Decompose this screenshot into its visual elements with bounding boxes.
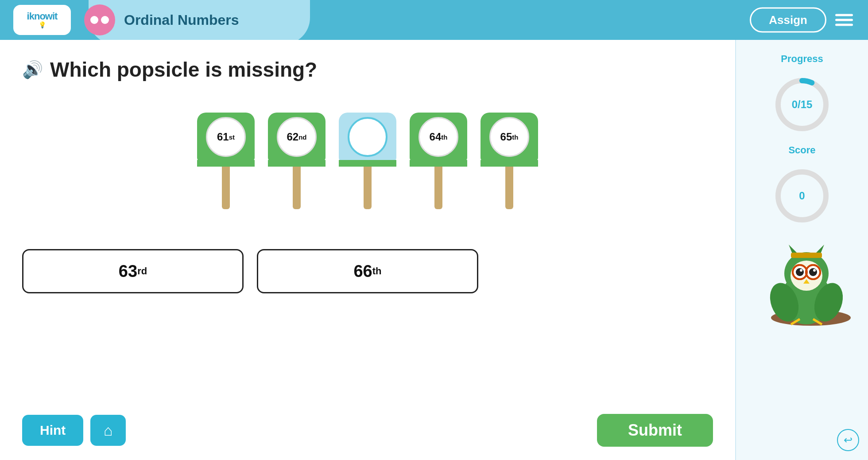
hint-button[interactable]: Hint <box>22 415 83 446</box>
answer-66th[interactable]: 66th <box>257 249 478 293</box>
popsicles-area: 61st 62nd <box>22 104 713 218</box>
header-content: iknowit 💡 Ordinal Numbers <box>13 4 239 35</box>
popsicle-badge-61: 61st <box>206 117 246 157</box>
popsicle-top-62: 62nd <box>268 113 326 161</box>
back-icon: ↩ <box>844 434 852 446</box>
score-gauge: 0 <box>771 165 833 227</box>
popsicle-top-64: 64th <box>410 113 467 161</box>
menu-button[interactable] <box>833 12 855 28</box>
answer-choices: 63rd 66th <box>22 249 713 293</box>
menu-line-3 <box>835 24 853 26</box>
sound-icon[interactable]: 🔊 <box>22 60 43 79</box>
popsicle-missing <box>339 113 396 209</box>
header-right: Assign <box>750 8 855 33</box>
popsicle-stick-64 <box>434 165 442 209</box>
main-area: 🔊 Which popsicle is missing? 61st 62nd <box>0 40 868 460</box>
progress-value: 0/15 <box>792 98 813 111</box>
popsicle-62: 62nd <box>268 113 326 209</box>
popsicle-top-missing <box>339 113 396 161</box>
progress-label: Progress <box>781 53 823 65</box>
popsicle-64: 64th <box>410 113 467 209</box>
bottom-left: Hint ⌂ <box>22 415 126 446</box>
owl-svg <box>753 240 851 329</box>
logo-icon: 💡 <box>39 21 46 28</box>
left-panel: 🔊 Which popsicle is missing? 61st 62nd <box>0 40 735 460</box>
house-icon: ⌂ <box>104 422 113 439</box>
popsicle-badge-missing <box>348 117 388 157</box>
lesson-icon <box>84 4 115 35</box>
popsicle-suffix-64: th <box>441 133 447 141</box>
question-text: Which popsicle is missing? <box>50 58 317 82</box>
bottom-row: Hint ⌂ Submit <box>22 414 713 447</box>
answer-66-suffix: th <box>372 265 382 277</box>
popsicle-top-61: 61st <box>197 113 255 161</box>
answer-63-suffix: rd <box>137 265 147 277</box>
logo-text: iknowit <box>27 12 58 21</box>
popsicle-suffix-61: st <box>229 133 235 141</box>
popsicle-stick-61 <box>222 165 230 209</box>
pupil-left <box>796 268 804 276</box>
header: iknowit 💡 Ordinal Numbers Assign <box>0 0 868 40</box>
score-label: Score <box>788 144 815 156</box>
lesson-dots <box>90 16 109 24</box>
popsicle-stick-62 <box>293 165 301 209</box>
owl-image <box>753 240 851 329</box>
question-row: 🔊 Which popsicle is missing? <box>22 58 713 82</box>
popsicle-suffix-65: th <box>512 133 518 141</box>
submit-button[interactable]: Submit <box>597 414 713 447</box>
assign-button[interactable]: Assign <box>750 8 826 33</box>
popsicle-badge-65: 65th <box>489 117 529 157</box>
score-value: 0 <box>799 190 805 202</box>
logo[interactable]: iknowit 💡 <box>13 5 71 35</box>
right-panel: Progress 0/15 Score 0 <box>735 40 868 460</box>
dot-2 <box>101 16 109 24</box>
pupil-right <box>809 268 817 276</box>
popsicle-stick-65 <box>505 165 513 209</box>
home-button[interactable]: ⌂ <box>90 415 126 446</box>
progress-gauge: 0/15 <box>771 74 833 136</box>
shine-left <box>800 269 802 272</box>
popsicle-suffix-62: nd <box>298 133 306 141</box>
shine-right <box>813 269 816 272</box>
answer-63rd[interactable]: 63rd <box>22 249 244 293</box>
back-button[interactable]: ↩ <box>837 429 859 451</box>
popsicle-stick-missing <box>364 165 372 209</box>
popsicle-badge-62: 62nd <box>277 117 317 157</box>
popsicle-61: 61st <box>197 113 255 209</box>
hat-band <box>791 253 822 258</box>
lesson-title: Ordinal Numbers <box>124 12 239 28</box>
menu-line-1 <box>835 14 853 16</box>
popsicle-65: 65th <box>480 113 538 209</box>
dot-1 <box>90 16 98 24</box>
menu-line-2 <box>835 19 853 21</box>
popsicle-top-65: 65th <box>480 113 538 161</box>
popsicle-badge-64: 64th <box>418 117 458 157</box>
